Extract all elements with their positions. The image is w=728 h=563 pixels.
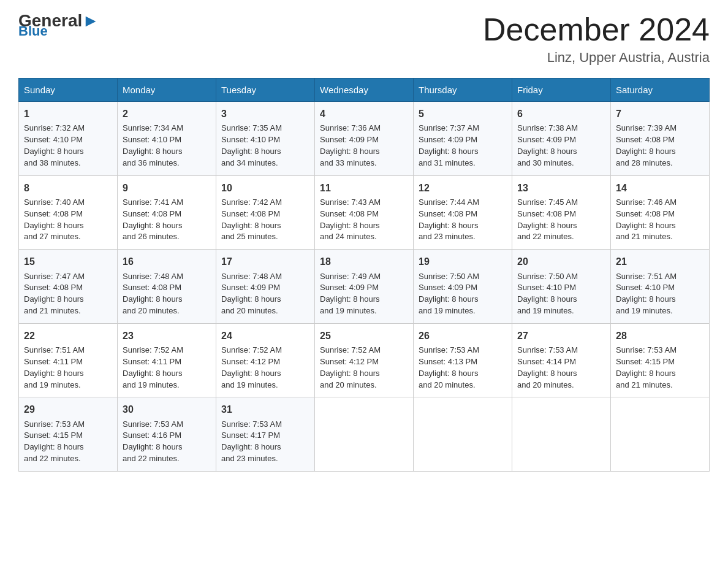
day-info: Sunrise: 7:48 AMSunset: 4:08 PMDaylight:… bbox=[123, 271, 211, 317]
day-info: Sunrise: 7:52 AMSunset: 4:12 PMDaylight:… bbox=[320, 345, 408, 391]
day-number: 2 bbox=[123, 107, 211, 121]
day-number: 5 bbox=[419, 107, 507, 121]
calendar-week-row: 15Sunrise: 7:47 AMSunset: 4:08 PMDayligh… bbox=[19, 250, 710, 324]
day-number: 8 bbox=[24, 181, 112, 195]
calendar-cell: 30Sunrise: 7:53 AMSunset: 4:16 PMDayligh… bbox=[118, 397, 216, 472]
day-number: 14 bbox=[616, 181, 704, 195]
day-number: 13 bbox=[517, 181, 605, 195]
calendar-cell bbox=[611, 397, 710, 472]
calendar-cell: 18Sunrise: 7:49 AMSunset: 4:09 PMDayligh… bbox=[315, 250, 414, 324]
calendar-cell: 2Sunrise: 7:34 AMSunset: 4:10 PMDaylight… bbox=[118, 102, 216, 176]
day-number: 19 bbox=[419, 255, 507, 269]
calendar-cell: 29Sunrise: 7:53 AMSunset: 4:15 PMDayligh… bbox=[19, 397, 118, 472]
day-info: Sunrise: 7:52 AMSunset: 4:12 PMDaylight:… bbox=[221, 345, 309, 391]
calendar-cell: 16Sunrise: 7:48 AMSunset: 4:08 PMDayligh… bbox=[118, 250, 216, 324]
calendar-week-row: 1Sunrise: 7:32 AMSunset: 4:10 PMDaylight… bbox=[19, 102, 710, 176]
logo-blue-text: Blue bbox=[18, 23, 48, 39]
day-info: Sunrise: 7:50 AMSunset: 4:09 PMDaylight:… bbox=[419, 271, 507, 317]
title-block: December 2024 Linz, Upper Austria, Austr… bbox=[483, 12, 710, 66]
day-info: Sunrise: 7:41 AMSunset: 4:08 PMDaylight:… bbox=[123, 197, 211, 243]
calendar-cell: 20Sunrise: 7:50 AMSunset: 4:10 PMDayligh… bbox=[512, 250, 611, 324]
calendar-cell: 26Sunrise: 7:53 AMSunset: 4:13 PMDayligh… bbox=[414, 323, 512, 397]
day-info: Sunrise: 7:51 AMSunset: 4:11 PMDaylight:… bbox=[24, 345, 112, 391]
day-number: 24 bbox=[221, 329, 309, 343]
day-number: 27 bbox=[517, 329, 605, 343]
day-number: 12 bbox=[419, 181, 507, 195]
day-number: 20 bbox=[517, 255, 605, 269]
calendar-week-row: 8Sunrise: 7:40 AMSunset: 4:08 PMDaylight… bbox=[19, 175, 710, 250]
day-number: 1 bbox=[24, 107, 112, 121]
calendar-cell bbox=[512, 397, 611, 472]
day-info: Sunrise: 7:34 AMSunset: 4:10 PMDaylight:… bbox=[123, 123, 211, 169]
day-info: Sunrise: 7:37 AMSunset: 4:09 PMDaylight:… bbox=[419, 123, 507, 169]
calendar-cell: 19Sunrise: 7:50 AMSunset: 4:09 PMDayligh… bbox=[414, 250, 512, 324]
day-number: 7 bbox=[616, 107, 704, 121]
day-info: Sunrise: 7:50 AMSunset: 4:10 PMDaylight:… bbox=[517, 271, 605, 317]
day-number: 29 bbox=[24, 402, 112, 416]
month-title: December 2024 bbox=[483, 12, 710, 47]
day-info: Sunrise: 7:44 AMSunset: 4:08 PMDaylight:… bbox=[419, 197, 507, 243]
calendar-cell bbox=[315, 397, 414, 472]
calendar-cell bbox=[414, 397, 512, 472]
day-info: Sunrise: 7:38 AMSunset: 4:09 PMDaylight:… bbox=[517, 123, 605, 169]
logo: General► Blue bbox=[18, 12, 99, 39]
calendar-cell: 9Sunrise: 7:41 AMSunset: 4:08 PMDaylight… bbox=[118, 175, 216, 250]
day-number: 18 bbox=[320, 255, 408, 269]
day-number: 21 bbox=[616, 255, 704, 269]
calendar-cell: 31Sunrise: 7:53 AMSunset: 4:17 PMDayligh… bbox=[216, 397, 315, 472]
calendar-cell: 3Sunrise: 7:35 AMSunset: 4:10 PMDaylight… bbox=[216, 102, 315, 176]
day-info: Sunrise: 7:32 AMSunset: 4:10 PMDaylight:… bbox=[24, 123, 112, 169]
day-info: Sunrise: 7:51 AMSunset: 4:10 PMDaylight:… bbox=[616, 271, 704, 317]
day-number: 16 bbox=[123, 255, 211, 269]
day-info: Sunrise: 7:53 AMSunset: 4:15 PMDaylight:… bbox=[616, 345, 704, 391]
day-number: 17 bbox=[221, 255, 309, 269]
day-info: Sunrise: 7:53 AMSunset: 4:14 PMDaylight:… bbox=[517, 345, 605, 391]
day-info: Sunrise: 7:53 AMSunset: 4:15 PMDaylight:… bbox=[24, 419, 112, 465]
calendar-cell: 25Sunrise: 7:52 AMSunset: 4:12 PMDayligh… bbox=[315, 323, 414, 397]
weekday-header-friday: Friday bbox=[512, 79, 611, 102]
calendar-cell: 24Sunrise: 7:52 AMSunset: 4:12 PMDayligh… bbox=[216, 323, 315, 397]
day-number: 9 bbox=[123, 181, 211, 195]
day-number: 11 bbox=[320, 181, 408, 195]
calendar-table: SundayMondayTuesdayWednesdayThursdayFrid… bbox=[18, 78, 710, 472]
day-number: 23 bbox=[123, 329, 211, 343]
calendar-cell: 28Sunrise: 7:53 AMSunset: 4:15 PMDayligh… bbox=[611, 323, 710, 397]
day-info: Sunrise: 7:53 AMSunset: 4:13 PMDaylight:… bbox=[419, 345, 507, 391]
day-info: Sunrise: 7:47 AMSunset: 4:08 PMDaylight:… bbox=[24, 271, 112, 317]
weekday-header-tuesday: Tuesday bbox=[216, 79, 315, 102]
day-info: Sunrise: 7:45 AMSunset: 4:08 PMDaylight:… bbox=[517, 197, 605, 243]
calendar-cell: 11Sunrise: 7:43 AMSunset: 4:08 PMDayligh… bbox=[315, 175, 414, 250]
day-number: 22 bbox=[24, 329, 112, 343]
calendar-cell: 1Sunrise: 7:32 AMSunset: 4:10 PMDaylight… bbox=[19, 102, 118, 176]
weekday-header-saturday: Saturday bbox=[611, 79, 710, 102]
weekday-header-monday: Monday bbox=[118, 79, 216, 102]
day-info: Sunrise: 7:46 AMSunset: 4:08 PMDaylight:… bbox=[616, 197, 704, 243]
day-info: Sunrise: 7:42 AMSunset: 4:08 PMDaylight:… bbox=[221, 197, 309, 243]
calendar-cell: 8Sunrise: 7:40 AMSunset: 4:08 PMDaylight… bbox=[19, 175, 118, 250]
weekday-header-thursday: Thursday bbox=[414, 79, 512, 102]
weekday-header-wednesday: Wednesday bbox=[315, 79, 414, 102]
day-number: 6 bbox=[517, 107, 605, 121]
calendar-cell: 14Sunrise: 7:46 AMSunset: 4:08 PMDayligh… bbox=[611, 175, 710, 250]
calendar-cell: 15Sunrise: 7:47 AMSunset: 4:08 PMDayligh… bbox=[19, 250, 118, 324]
day-number: 28 bbox=[616, 329, 704, 343]
calendar-cell: 13Sunrise: 7:45 AMSunset: 4:08 PMDayligh… bbox=[512, 175, 611, 250]
day-info: Sunrise: 7:40 AMSunset: 4:08 PMDaylight:… bbox=[24, 197, 112, 243]
day-number: 25 bbox=[320, 329, 408, 343]
day-info: Sunrise: 7:53 AMSunset: 4:16 PMDaylight:… bbox=[123, 419, 211, 465]
day-number: 26 bbox=[419, 329, 507, 343]
day-number: 4 bbox=[320, 107, 408, 121]
day-number: 15 bbox=[24, 255, 112, 269]
day-info: Sunrise: 7:53 AMSunset: 4:17 PMDaylight:… bbox=[221, 419, 309, 465]
day-info: Sunrise: 7:39 AMSunset: 4:08 PMDaylight:… bbox=[616, 123, 704, 169]
calendar-cell: 23Sunrise: 7:52 AMSunset: 4:11 PMDayligh… bbox=[118, 323, 216, 397]
calendar-cell: 27Sunrise: 7:53 AMSunset: 4:14 PMDayligh… bbox=[512, 323, 611, 397]
day-info: Sunrise: 7:48 AMSunset: 4:09 PMDaylight:… bbox=[221, 271, 309, 317]
page-header: General► Blue December 2024 Linz, Upper … bbox=[18, 12, 710, 66]
calendar-cell: 10Sunrise: 7:42 AMSunset: 4:08 PMDayligh… bbox=[216, 175, 315, 250]
weekday-header-sunday: Sunday bbox=[19, 79, 118, 102]
calendar-cell: 12Sunrise: 7:44 AMSunset: 4:08 PMDayligh… bbox=[414, 175, 512, 250]
calendar-cell: 6Sunrise: 7:38 AMSunset: 4:09 PMDaylight… bbox=[512, 102, 611, 176]
calendar-cell: 21Sunrise: 7:51 AMSunset: 4:10 PMDayligh… bbox=[611, 250, 710, 324]
calendar-header-row: SundayMondayTuesdayWednesdayThursdayFrid… bbox=[19, 79, 710, 102]
